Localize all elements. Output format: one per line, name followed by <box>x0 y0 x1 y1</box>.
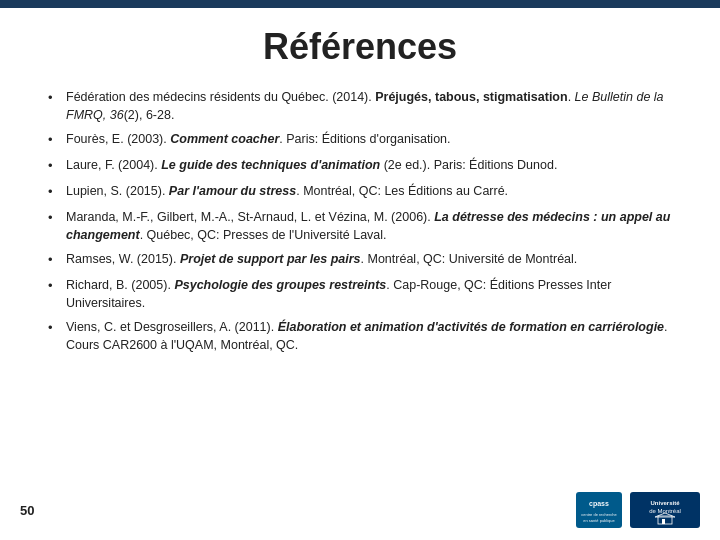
list-item: • Maranda, M.-F., Gilbert, M.-A., St-Arn… <box>48 208 672 244</box>
list-item: • Fédération des médecins résidents du Q… <box>48 88 672 124</box>
footer: 50 cpass centre de recherche en santé pu… <box>0 492 720 528</box>
main-content: Références • Fédération des médecins rés… <box>0 8 720 370</box>
references-list: • Fédération des médecins résidents du Q… <box>48 88 672 354</box>
list-item: • Fourès, E. (2003). Comment coacher. Pa… <box>48 130 672 150</box>
svg-text:cpass: cpass <box>589 500 609 508</box>
page-number: 50 <box>20 503 34 518</box>
page-title: Références <box>48 26 672 68</box>
logo-container: cpass centre de recherche en santé publi… <box>576 492 700 528</box>
bullet: • <box>48 277 66 296</box>
bullet: • <box>48 131 66 150</box>
svg-text:Université: Université <box>650 500 680 506</box>
ref-text: Richard, B. (2005). Psychologie des grou… <box>66 276 672 312</box>
cpass-logo: cpass centre de recherche en santé publi… <box>576 492 622 528</box>
svg-text:en santé publique: en santé publique <box>583 518 615 523</box>
bullet: • <box>48 319 66 338</box>
ref-text: Viens, C. et Desgroseillers, A. (2011). … <box>66 318 672 354</box>
ref-text: Ramses, W. (2015). Projet de support par… <box>66 250 672 268</box>
list-item: • Ramses, W. (2015). Projet de support p… <box>48 250 672 270</box>
bullet: • <box>48 157 66 176</box>
ref-text: Fourès, E. (2003). Comment coacher. Pari… <box>66 130 672 148</box>
top-bar <box>0 0 720 8</box>
list-item: • Lupien, S. (2015). Par l'amour du stre… <box>48 182 672 202</box>
bullet: • <box>48 89 66 108</box>
bullet: • <box>48 251 66 270</box>
svg-rect-8 <box>662 519 665 524</box>
list-item: • Viens, C. et Desgroseillers, A. (2011)… <box>48 318 672 354</box>
list-item: • Richard, B. (2005). Psychologie des gr… <box>48 276 672 312</box>
ref-text: Lupien, S. (2015). Par l'amour du stress… <box>66 182 672 200</box>
ref-text: Laure, F. (2004). Le guide des technique… <box>66 156 672 174</box>
bullet: • <box>48 183 66 202</box>
udem-logo: Université de Montréal <box>630 492 700 528</box>
ref-text: Maranda, M.-F., Gilbert, M.-A., St-Arnau… <box>66 208 672 244</box>
ref-text: Fédération des médecins résidents du Qué… <box>66 88 672 124</box>
svg-text:centre de recherche: centre de recherche <box>581 512 617 517</box>
list-item: • Laure, F. (2004). Le guide des techniq… <box>48 156 672 176</box>
bullet: • <box>48 209 66 228</box>
